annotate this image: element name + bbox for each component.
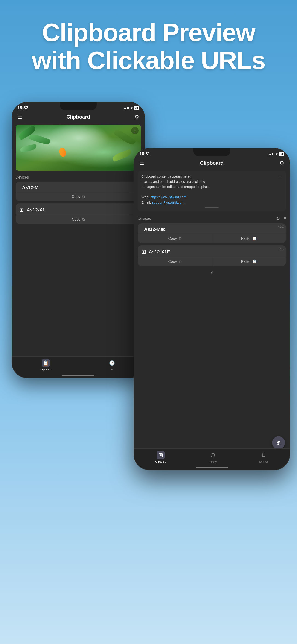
home-indicator-back (62, 375, 94, 376)
paste-icon-2-front: 📋 (252, 259, 257, 264)
device-name-2-front: As12-X1E (149, 249, 170, 254)
refresh-icon[interactable]: ↻ (276, 216, 280, 221)
page-title: Clipboard Preview with Clickable URLs (18, 18, 278, 74)
battery-front: 68 (279, 152, 284, 156)
svg-point-4 (279, 442, 280, 443)
settings-icon-back[interactable]: ⚙ (134, 114, 139, 120)
copy-btn-2-front[interactable]: Copy ⧉ (138, 257, 212, 266)
time-front: 18:31 (140, 152, 150, 156)
nav-bar-front: ☰ Clipboard ⚙ (134, 158, 290, 169)
devices-section-front: Devices ↻ ≡ As12-Mac #141 Cop (134, 213, 290, 276)
copy-btn-1-back[interactable]: Copy ⧉ (16, 192, 141, 201)
more-dots-front[interactable]: ⋮ (276, 173, 284, 180)
device-name-2-back: As12-X1 (27, 207, 45, 212)
tab-devices-front[interactable]: Devices (260, 451, 268, 463)
filter-fab[interactable] (272, 436, 285, 449)
wifi-icon-front: ▾ (276, 152, 278, 156)
devices-tab-icon-front (260, 451, 268, 459)
settings-icon-front[interactable]: ⚙ (280, 160, 284, 166)
devices-header-back: Devices (16, 175, 141, 180)
expand-btn[interactable]: ∨ (138, 268, 286, 276)
clipboard-text: Clipboard content appears here: - URLs a… (141, 174, 282, 205)
device-name-1-back: As12-M (22, 185, 38, 190)
phone-notch-front (194, 148, 230, 156)
tab-clipboard-front[interactable]: Clipboard (155, 451, 166, 463)
battery-back: 68 (134, 106, 139, 110)
wifi-icon-back: ▾ (131, 106, 132, 110)
status-icons-front: ▾ 68 (269, 152, 284, 156)
clipboard-tab-label-back: Clipboard (40, 368, 51, 371)
nav-title-front: Clipboard (200, 160, 224, 166)
svg-rect-13 (262, 454, 263, 456)
tab-history-back[interactable]: 🕐 Hi (108, 359, 116, 371)
copy-icon-2-back: ⧉ (82, 218, 85, 222)
devices-header-front: Devices ↻ ≡ (138, 216, 286, 221)
svg-point-3 (277, 441, 278, 442)
svg-point-5 (278, 444, 278, 444)
windows-icon-2-back: ⊞ (19, 206, 24, 213)
device-badge-1-front: #141 (278, 225, 284, 228)
menu-icon-front[interactable]: ☰ (140, 160, 144, 166)
time-back: 18:32 (18, 106, 28, 110)
phone-notch-back (60, 102, 97, 110)
nav-title-back: Clipboard (66, 114, 90, 120)
copy-icon-1-front: ⧉ (179, 236, 181, 241)
history-tab-icon-front (208, 451, 217, 459)
status-icons-back: ▾ 68 (124, 106, 139, 110)
devices-tab-label-front: Devices (260, 460, 268, 463)
web-url-link[interactable]: https://www.ntwind.com (150, 195, 186, 199)
clipboard-tab-icon-back: 📋 (42, 359, 50, 367)
home-indicator-front (196, 467, 228, 468)
more-dots-back[interactable]: ⋮ (131, 127, 138, 134)
device-badge-2-front: #93 (280, 247, 284, 250)
signal-back (124, 107, 130, 109)
paste-icon-1-front: 📋 (252, 236, 257, 241)
tab-clipboard-back[interactable]: 📋 Clipboard (40, 359, 51, 371)
device-card-2-front: ⊞ As12-X1E #93 Copy ⧉ Paste 📋 (138, 245, 286, 266)
copy-icon-2-front: ⧉ (179, 260, 181, 264)
history-tab-icon-back: 🕐 (108, 359, 116, 367)
phone-back: 18:32 ▾ 68 ☰ Clipboard ⚙ (12, 102, 145, 378)
clipboard-tab-label-front: Clipboard (155, 460, 166, 463)
divider-line (205, 207, 219, 208)
device-card-2-back: ⊞ As12-X1 Copy ⧉ (16, 204, 141, 224)
devices-actions-front: ↻ ≡ (276, 216, 286, 221)
history-tab-label-back: Hi (111, 368, 113, 371)
filter-icon[interactable]: ≡ (284, 216, 286, 221)
svg-rect-11 (263, 453, 265, 456)
nav-bar-back: ☰ Clipboard ⚙ (12, 112, 144, 123)
devices-section-back: Devices As12-M Copy ⧉ (12, 172, 144, 224)
copy-btn-1-front[interactable]: Copy ⧉ (138, 234, 212, 243)
signal-front (269, 153, 274, 155)
phone-front: 18:31 ▾ 68 ☰ Clipboard ⚙ (134, 148, 290, 470)
devices-label-front: Devices (138, 216, 151, 221)
clipboard-tab-icon-front (156, 451, 165, 459)
paste-btn-2-front[interactable]: Paste 📋 (212, 257, 286, 266)
paste-btn-1-front[interactable]: Paste 📋 (212, 234, 286, 243)
device-card-1-back: As12-M Copy ⧉ (16, 182, 141, 201)
phones-container: 18:32 ▾ 68 ☰ Clipboard ⚙ (0, 88, 297, 572)
device-card-1-front: As12-Mac #141 Copy ⧉ Paste 📋 (138, 224, 286, 243)
clipboard-text-area: ⋮ Clipboard content appears here: - URLs… (138, 171, 286, 212)
menu-icon-back[interactable]: ☰ (18, 114, 22, 120)
tab-history-front[interactable]: History (208, 451, 217, 463)
email-url-link[interactable]: support@ntwind.com (152, 200, 184, 204)
device-name-1-front: As12-Mac (144, 227, 166, 232)
copy-icon-1-back: ⧉ (82, 195, 85, 199)
history-tab-label-front: History (209, 460, 217, 463)
copy-btn-2-back[interactable]: Copy ⧉ (16, 215, 141, 224)
devices-label-back: Devices (16, 175, 29, 180)
page-header: Clipboard Preview with Clickable URLs (0, 0, 297, 88)
windows-icon-2-front: ⊞ (141, 248, 146, 255)
clipboard-image-back: ⋮ (16, 124, 141, 171)
